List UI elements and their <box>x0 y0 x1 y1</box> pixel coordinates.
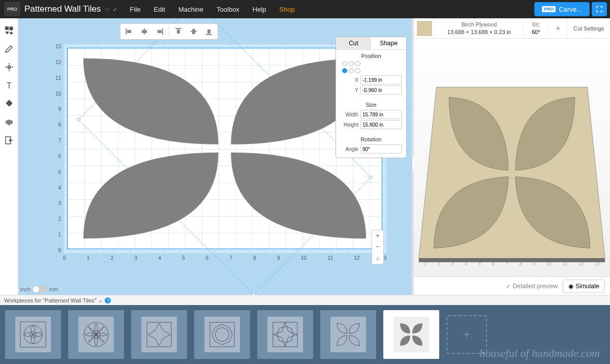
zoom-home-button[interactable]: ⌂ <box>372 253 383 264</box>
align-top-button[interactable] <box>171 25 186 38</box>
align-bottom-button[interactable] <box>202 25 216 38</box>
project-title[interactable]: Patterned Wall Tiles <box>24 4 101 14</box>
simulate-button[interactable]: ◉ Simulate <box>563 280 605 293</box>
preview-panel: « Birch Plywood 13.688 × 13.688 × 0.23 i… <box>412 18 610 295</box>
position-heading: Position <box>340 53 402 59</box>
svg-rect-31 <box>147 322 171 347</box>
svg-marker-35 <box>215 327 229 342</box>
workpiece-thumb-5[interactable] <box>257 310 313 359</box>
workpieces-strip: + houseful of handmade.com <box>0 305 610 364</box>
import-tool[interactable] <box>0 131 18 149</box>
detailed-preview-toggle[interactable]: ✓ Detailed preview <box>506 283 558 290</box>
top-bar: PRO Patterned Wall Tiles ☆ ✓ File Edit M… <box>0 0 610 18</box>
design-shape[interactable] <box>68 48 382 249</box>
align-left-button[interactable] <box>122 25 136 38</box>
menu-file[interactable]: File <box>130 6 141 13</box>
material-name: Birch Plywood <box>435 21 523 28</box>
height-input[interactable] <box>360 120 402 129</box>
tab-cut[interactable]: Cut <box>336 37 371 49</box>
unit-inch-label: inch <box>20 286 30 292</box>
workpiece-thumb-4[interactable] <box>194 310 250 359</box>
align-center-h-button[interactable] <box>137 25 151 38</box>
menu-toolbox[interactable]: Toolbox <box>217 6 239 13</box>
menu-machine[interactable]: Machine <box>178 6 203 13</box>
workpiece-thumb-2[interactable] <box>68 310 124 359</box>
svg-rect-18 <box>175 28 181 29</box>
help-icon[interactable]: ? <box>105 297 111 304</box>
workpiece-thumb-6[interactable] <box>320 310 376 359</box>
x-label: X <box>340 77 358 83</box>
material-dims: 13.688 × 13.688 × 0.23 in <box>435 28 523 36</box>
left-toolbar: T <box>0 18 18 295</box>
anchor-picker[interactable] <box>340 61 402 66</box>
workpiece-thumb-7[interactable] <box>383 310 439 359</box>
align-toolbar <box>120 23 218 40</box>
svg-rect-23 <box>207 29 210 34</box>
favorite-icon[interactable]: ☆ <box>104 6 110 13</box>
svg-rect-17 <box>158 30 162 33</box>
svg-rect-36 <box>273 322 297 347</box>
watermark: houseful of handmade.com <box>480 347 600 360</box>
unit-switch[interactable] <box>33 286 47 293</box>
svg-rect-16 <box>162 28 163 35</box>
carve-button[interactable]: PRO Carve... <box>534 2 590 16</box>
workpieces-header[interactable]: Workpieces for "Patterned Wall Tiles" ⌄ … <box>0 295 610 305</box>
shapes-tool[interactable] <box>0 21 18 40</box>
svg-rect-22 <box>206 34 212 35</box>
bit-label: Bit: <box>524 21 548 28</box>
menu-help[interactable]: Help <box>253 6 266 13</box>
workpiece-outline[interactable] <box>67 48 382 249</box>
preview-3d-viewport[interactable]: 12345678910111213 <box>414 39 610 277</box>
align-right-button[interactable] <box>152 25 167 38</box>
add-bit-button[interactable]: + <box>548 24 567 33</box>
bit-value: 60° <box>524 28 548 36</box>
svg-rect-21 <box>192 29 195 34</box>
angle-input[interactable] <box>360 144 402 154</box>
svg-rect-0 <box>5 26 9 30</box>
app-logo: PRO <box>4 2 20 16</box>
add-workpiece-button[interactable]: + <box>446 315 487 354</box>
svg-marker-2 <box>5 32 9 35</box>
x-input[interactable] <box>360 75 402 84</box>
saved-icon: ✓ <box>112 6 118 13</box>
ruler-y: 012345678910111213 <box>49 44 63 253</box>
carve-label: Carve... <box>559 6 582 13</box>
cut-settings-button[interactable]: Cut Settings <box>567 18 610 38</box>
svg-marker-38 <box>277 326 293 343</box>
height-label: Height <box>340 122 358 128</box>
bit-info[interactable]: Bit: 60° <box>523 21 548 36</box>
material-swatch[interactable] <box>417 21 432 36</box>
svg-point-1 <box>9 26 13 31</box>
align-center-v-button[interactable] <box>187 25 201 38</box>
svg-marker-32 <box>148 323 170 346</box>
zoom-in-button[interactable]: + <box>372 230 383 241</box>
svg-marker-37 <box>273 322 297 347</box>
zoom-out-button[interactable]: − <box>372 241 383 253</box>
preview-footer: ✓ Detailed preview ◉ Simulate <box>414 277 610 295</box>
brick-tool[interactable] <box>0 113 18 131</box>
drill-tool[interactable] <box>0 58 18 76</box>
menu-edit[interactable]: Edit <box>154 6 165 13</box>
unit-mm-label: mm <box>49 286 58 292</box>
design-canvas[interactable]: Cut Shape Position X Y Size Width Height… <box>18 18 412 295</box>
material-info[interactable]: Birch Plywood 13.688 × 13.688 × 0.23 in <box>435 21 523 36</box>
zoom-controls: + − ⌂ <box>372 230 384 264</box>
workpiece-thumb-3[interactable] <box>131 310 187 359</box>
svg-rect-13 <box>127 30 131 33</box>
svg-rect-15 <box>142 30 147 33</box>
text-tool[interactable]: T <box>0 76 18 95</box>
chevron-down-icon: ⌄ <box>98 297 103 304</box>
svg-text:T: T <box>7 81 12 90</box>
tab-shape[interactable]: Shape <box>371 37 406 49</box>
unit-toggle[interactable]: inch mm <box>20 286 58 293</box>
pro-badge: PRO <box>542 6 556 12</box>
workpiece-thumb-1[interactable] <box>5 310 61 359</box>
apps-tool[interactable] <box>0 95 18 113</box>
pen-tool[interactable] <box>0 40 18 58</box>
fullscreen-button[interactable] <box>592 2 607 16</box>
main-menu: File Edit Machine Toolbox Help Shop <box>130 6 295 13</box>
menu-shop[interactable]: Shop <box>280 6 295 13</box>
preview-ruler: 12345678910111213 <box>424 261 600 266</box>
width-input[interactable] <box>360 110 402 119</box>
y-input[interactable] <box>360 85 402 95</box>
